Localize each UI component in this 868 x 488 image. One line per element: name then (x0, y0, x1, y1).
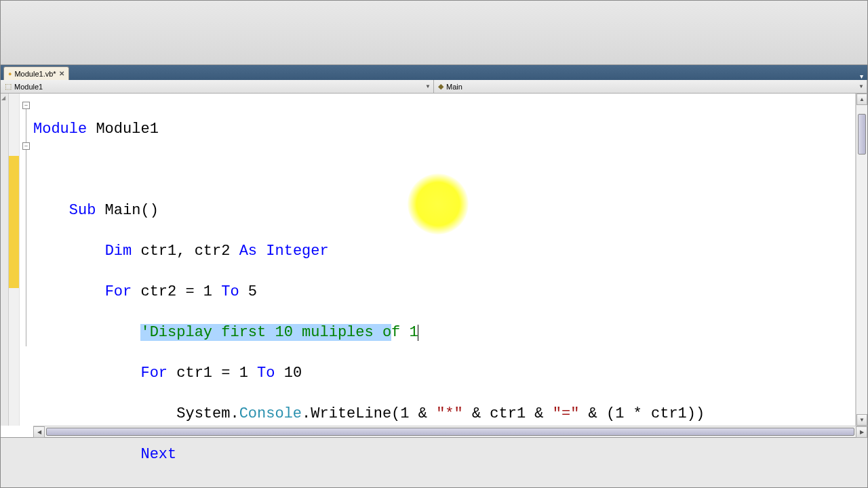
keyword: Next (140, 446, 176, 463)
code-text: & ctr1 & (463, 405, 553, 422)
document-tab[interactable]: ● Module1.vb* ✕ (3, 66, 69, 80)
comment-selected: 'Display first 10 muliples o (140, 324, 391, 341)
code-text-area[interactable]: Module Module1 Sub Main() Dim ctr1, ctr2… (33, 94, 856, 426)
scroll-right-button[interactable]: ▶ (856, 426, 867, 438)
keyword: For (105, 283, 132, 300)
keyword: To (257, 365, 275, 382)
scroll-down-button[interactable]: ▼ (856, 414, 867, 426)
scroll-thumb[interactable] (858, 114, 866, 155)
vertical-scrollbar[interactable]: ▲ ▼ (856, 94, 867, 426)
keyword: To (221, 283, 239, 300)
string-literal: "*" (436, 405, 463, 422)
code-editor: − − Module Module1 Sub Main() Dim ctr1, … (1, 94, 867, 426)
navigation-bar: ⬚ Module1 ▼ ◆ Main ▼ (1, 80, 867, 94)
chevron-down-icon: ▼ (425, 83, 431, 89)
document-tab-strip: ● Module1.vb* ✕ ▾ (1, 65, 867, 80)
scroll-up-button[interactable]: ▲ (856, 94, 867, 105)
type-name: Console (239, 405, 302, 422)
code-text: .WriteLine(1 & (302, 405, 436, 422)
keyword: For (140, 365, 167, 382)
scope-dropdown-type[interactable]: ⬚ Module1 ▼ (1, 80, 434, 93)
code-text: 10 (275, 365, 302, 382)
tab-pin-icon: ● (8, 70, 12, 77)
keyword: Sub (69, 202, 96, 219)
code-text: System. (176, 405, 239, 422)
code-text (257, 243, 266, 260)
ide-window: ● Module1.vb* ✕ ▾ ⬚ Module1 ▼ ◆ Main ▼ −… (0, 0, 868, 488)
keyword: Module (33, 121, 87, 138)
code-text: & (1 * ctr1)) (579, 405, 705, 422)
identifier: Main() (96, 202, 158, 219)
ide-toolbar-area (1, 1, 867, 65)
code-text: ctr1 = 1 (167, 365, 257, 382)
outlining-margin: − − (20, 94, 33, 426)
keyword: As (239, 243, 257, 260)
fold-toggle[interactable]: − (22, 102, 30, 109)
keyword: Dim (105, 243, 132, 260)
comment: f 1 (391, 324, 418, 341)
string-literal: "=" (553, 405, 580, 422)
unsaved-change-marker (9, 156, 19, 288)
method-icon: ◆ (438, 82, 443, 91)
chevron-down-icon: ▼ (859, 83, 864, 89)
code-text: ctr1, ctr2 (132, 243, 239, 260)
module-icon: ⬚ (5, 82, 12, 91)
tab-close-button[interactable]: ✕ (59, 70, 64, 77)
scope-type-label: Module1 (14, 83, 43, 91)
scope-member-label: Main (446, 83, 462, 91)
editor-toggle-rail[interactable] (1, 94, 9, 426)
change-indicator-margin (9, 94, 20, 426)
code-text: ctr2 = 1 (132, 283, 221, 300)
fold-toggle[interactable]: − (22, 142, 30, 150)
tab-overflow-chevron-icon[interactable]: ▾ (860, 73, 867, 80)
tab-filename: Module1.vb* (14, 70, 56, 78)
code-text: 5 (239, 283, 257, 300)
identifier: Module1 (87, 121, 159, 138)
type-name: Integer (266, 243, 328, 260)
text-caret (418, 325, 418, 341)
scope-dropdown-member[interactable]: ◆ Main ▼ (434, 80, 867, 93)
